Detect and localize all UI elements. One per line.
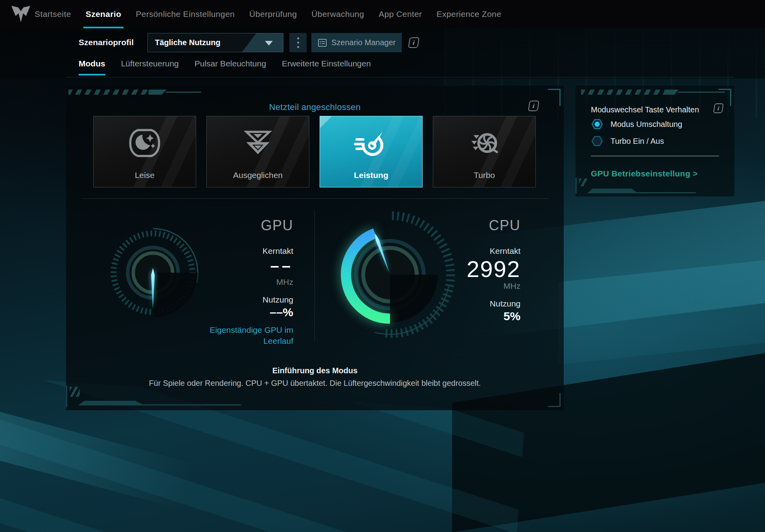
cpu-readout: CPU Kerntakt 2992 MHz Nutzung 5% <box>412 218 520 328</box>
dropdown-angle-decor <box>242 33 283 52</box>
profile-info-icon[interactable]: i <box>408 37 419 48</box>
edge-decor <box>66 386 67 407</box>
radio-selected-icon <box>591 119 603 130</box>
radio-turbo-ein-aus[interactable]: Turbo Ein / Aus <box>591 136 664 147</box>
predator-emblem-icon <box>241 126 275 160</box>
hatch-decor <box>664 90 679 95</box>
corner-bracket <box>548 393 561 407</box>
scenario-manager-label: Szenario Manager <box>331 38 395 47</box>
nav-item-ueberpruefung[interactable]: Überprüfung <box>249 0 297 28</box>
gpu-heading: GPU <box>184 218 293 233</box>
nav-item-app-center[interactable]: App Center <box>379 0 422 28</box>
tab-luftersteuerung[interactable]: Lüftersteuerung <box>121 59 179 75</box>
top-navbar: Startseite Szenario Persönliche Einstell… <box>0 0 765 28</box>
mode-label: Turbo <box>433 171 535 180</box>
mode-switch-panel: Moduswechsel Taste Verhalten i Modus Ums… <box>576 86 734 196</box>
gpu-core-unit: MHz <box>184 278 293 286</box>
caret-down-icon <box>265 41 273 46</box>
mode-switch-title: Moduswechsel Taste Verhalten <box>591 105 699 114</box>
hatch-decor <box>166 92 201 93</box>
power-status-title: Netzteil angeschlossen <box>66 102 564 112</box>
cpu-heading: CPU <box>412 218 520 233</box>
hatch-decor <box>149 90 167 95</box>
tabs-divider <box>66 77 734 77</box>
side-panel-divider <box>591 156 719 156</box>
mode-switch-info-icon[interactable]: i <box>713 103 724 113</box>
predator-logo-icon[interactable] <box>11 6 31 23</box>
kebab-menu-button[interactable] <box>289 33 307 52</box>
corner-decor <box>587 189 638 193</box>
hatch-decor <box>68 90 149 95</box>
mode-card-leise[interactable]: Leise <box>93 116 196 187</box>
scenario-list-icon <box>318 39 327 47</box>
gpu-usage-label: Nutzung <box>184 295 293 304</box>
corner-decor <box>143 404 241 405</box>
kebab-menu-icon <box>297 37 299 39</box>
edge-decor <box>576 178 577 193</box>
speedometer-icon <box>354 126 388 160</box>
nav-item-szenario[interactable]: Szenario <box>86 0 121 28</box>
corner-decor <box>70 387 80 397</box>
radio-label: Modus Umschaltung <box>611 120 682 129</box>
mode-intro-text: Für Spiele oder Rendering. CPU + GPU übe… <box>66 379 564 388</box>
mode-panel: Netzteil angeschlossen i Leise <box>66 86 564 410</box>
mode-intro-title: Einführung des Modus <box>66 366 564 375</box>
profile-dropdown-value: Tägliche Nutzung <box>155 33 221 52</box>
cpu-core-value: 2992 <box>412 258 520 281</box>
turbo-fan-icon <box>467 126 502 160</box>
radio-label: Turbo Ein / Aus <box>611 137 664 146</box>
mode-card-turbo[interactable]: Turbo <box>433 116 536 187</box>
gpu-readout: GPU Kerntakt –– MHz Nutzung ––% Eigenstä… <box>184 218 293 347</box>
scenario-tabs: Modus Lüftersteuerung Pulsar Beleuchtung… <box>79 59 371 75</box>
mode-cards: Leise Ausgeglichen <box>93 116 536 187</box>
mode-info-icon[interactable]: i <box>528 101 539 111</box>
corner-decor <box>78 401 145 405</box>
scenario-manager-button[interactable]: Szenario Manager <box>311 33 402 52</box>
tab-modus[interactable]: Modus <box>79 59 105 75</box>
nav-item-experience-zone[interactable]: Experience Zone <box>436 0 501 28</box>
tab-pulsar-beleuchtung[interactable]: Pulsar Beleuchtung <box>195 59 266 75</box>
mode-label: Leise <box>94 171 196 180</box>
main-nav: Startseite Szenario Persönliche Einstell… <box>35 0 501 28</box>
cpu-usage-label: Nutzung <box>412 299 520 308</box>
gpu-status: Eigenständige GPU im Leerlauf <box>184 325 293 347</box>
profile-dropdown[interactable]: Tägliche Nutzung <box>147 33 283 52</box>
gpu-core-label: Kerntakt <box>184 247 293 255</box>
gpu-usage-value: ––% <box>184 306 293 318</box>
cpu-usage-value: 5% <box>412 310 520 322</box>
gpu-operation-settings-link[interactable]: GPU Betriebseinstellung > <box>591 169 698 178</box>
hatch-decor <box>678 92 725 93</box>
tab-erweiterte-einstellungen[interactable]: Erweiterte Einstellungen <box>282 59 371 75</box>
predator-sense-app: Startseite Szenario Persönliche Einstell… <box>0 0 765 532</box>
nav-item-ueberwachung[interactable]: Überwachung <box>311 0 364 28</box>
cpu-core-label: Kerntakt <box>412 247 520 255</box>
radio-modus-umschaltung[interactable]: Modus Umschaltung <box>591 119 682 130</box>
mode-label: Ausgeglichen <box>207 171 309 180</box>
gpu-core-value: –– <box>184 258 293 273</box>
radio-unselected-icon <box>591 136 603 147</box>
moon-stars-icon <box>127 126 162 160</box>
mode-label: Leistung <box>320 171 422 180</box>
hatch-decor <box>581 90 664 95</box>
scenario-profile-label: Szenarioprofil <box>79 38 134 47</box>
corner-decor <box>637 192 696 193</box>
mode-card-leistung[interactable]: Leistung <box>320 116 423 187</box>
nav-item-startseite[interactable]: Startseite <box>35 0 71 28</box>
nav-item-persoenliche-einstellungen[interactable]: Persönliche Einstellungen <box>136 0 235 28</box>
cpu-core-unit: MHz <box>412 282 520 290</box>
corner-decor <box>579 178 587 186</box>
mode-card-ausgeglichen[interactable]: Ausgeglichen <box>206 116 309 187</box>
